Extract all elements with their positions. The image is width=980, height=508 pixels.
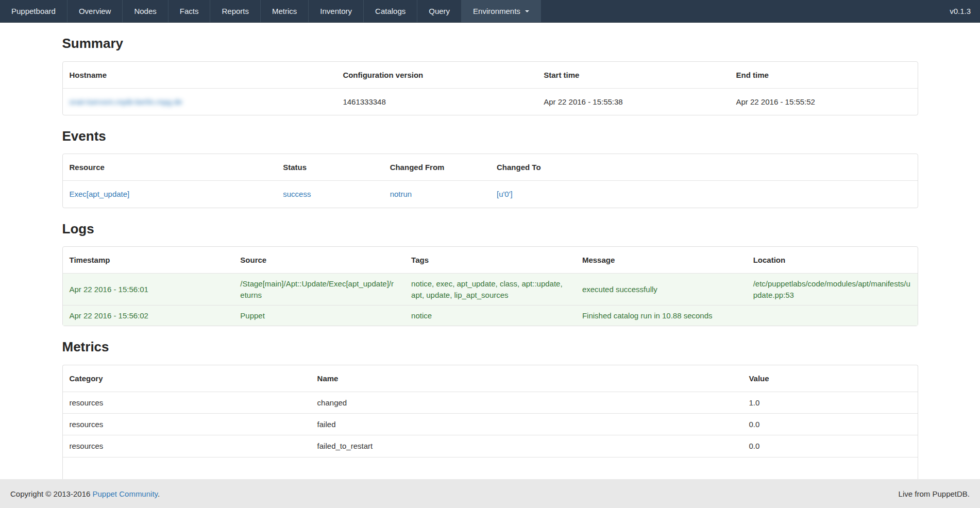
- metrics-header-row: Category Name Value: [63, 365, 918, 392]
- summary-table: Hostname Configuration version Start tim…: [62, 61, 918, 115]
- log-row: Apr 22 2016 - 15:56:01 /Stage[main]/Apt:…: [63, 274, 918, 306]
- metrics-section-title: Metrics: [62, 340, 918, 354]
- changed-to-link[interactable]: [u'0']: [497, 190, 513, 198]
- log-location-cell: [747, 305, 918, 326]
- column-header-message: Message: [576, 247, 747, 274]
- metric-row: resources failed_to_restart 0.0: [63, 435, 918, 457]
- metric-value-cell: 0.0: [742, 435, 917, 457]
- logs-table: Timestamp Source Tags Message Location A…: [62, 246, 918, 326]
- log-message-cell: executed successfully: [576, 274, 747, 306]
- chevron-down-icon: [525, 10, 529, 12]
- column-header-name: Name: [311, 365, 742, 392]
- status-link[interactable]: success: [283, 190, 311, 198]
- column-header-hostname: Hostname: [63, 62, 336, 89]
- log-tags-cell: notice, exec, apt_update, class, apt::up…: [404, 274, 576, 306]
- nav-item-metrics[interactable]: Metrics: [261, 0, 309, 22]
- metric-row: resources changed 1.0: [63, 392, 918, 413]
- page-footer: Copyright © 2013-2016 Puppet Community. …: [0, 479, 980, 508]
- column-header-start-time: Start time: [537, 62, 729, 89]
- summary-row: snat-tservom.mpib-berlin.mpg.de 14613333…: [63, 88, 918, 115]
- log-location-cell: /etc/puppetlabs/code/modules/apt/manifes…: [747, 274, 918, 306]
- changed-from-link[interactable]: notrun: [390, 190, 412, 198]
- logs-header-row: Timestamp Source Tags Message Location: [63, 247, 918, 274]
- metric-value-cell: 0.0: [742, 414, 917, 435]
- nav-item-inventory[interactable]: Inventory: [309, 0, 364, 22]
- column-header-config-version: Configuration version: [336, 62, 537, 89]
- log-source-cell: Puppet: [233, 305, 404, 326]
- nav-item-reports[interactable]: Reports: [210, 0, 261, 22]
- environments-dropdown-label: Environments: [473, 7, 520, 15]
- metric-category-cell: resources: [63, 414, 311, 435]
- column-header-category: Category: [63, 365, 311, 392]
- log-row: Apr 22 2016 - 15:56:02 Puppet notice Fin…: [63, 305, 918, 326]
- metric-category-cell: resources: [63, 392, 311, 413]
- copyright-text: Copyright © 2013-2016 Puppet Community.: [10, 489, 160, 498]
- column-header-end-time: End time: [730, 62, 918, 89]
- column-header-timestamp: Timestamp: [63, 247, 234, 274]
- start-time-cell: Apr 22 2016 - 15:55:38: [537, 88, 729, 115]
- report-page-content: Summary Hostname Configuration version S…: [62, 36, 918, 484]
- event-row: Exec[apt_update] success notrun [u'0']: [63, 181, 918, 208]
- live-from-puppetdb-text: Live from PuppetDB.: [899, 489, 970, 498]
- column-header-status: Status: [276, 154, 383, 181]
- events-header-row: Resource Status Changed From Changed To: [63, 154, 918, 181]
- config-version-cell: 1461333348: [336, 88, 537, 115]
- nav-item-facts[interactable]: Facts: [168, 0, 211, 22]
- metrics-table: Category Name Value resources changed 1.…: [62, 365, 918, 484]
- column-header-changed-from: Changed From: [383, 154, 490, 181]
- nav-item-overview[interactable]: Overview: [67, 0, 123, 22]
- column-header-changed-to: Changed To: [490, 154, 918, 181]
- metric-category-cell: resources: [63, 435, 311, 457]
- column-header-source: Source: [233, 247, 404, 274]
- column-header-location: Location: [747, 247, 918, 274]
- nav-item-catalogs[interactable]: Catalogs: [364, 0, 417, 22]
- end-time-cell: Apr 22 2016 - 15:55:52: [730, 88, 918, 115]
- log-message-cell: Finished catalog run in 10.88 seconds: [576, 305, 747, 326]
- nav-item-nodes[interactable]: Nodes: [123, 0, 168, 22]
- metric-name-cell: changed: [311, 392, 742, 413]
- summary-section-title: Summary: [62, 36, 918, 51]
- metric-name-cell: failed: [311, 414, 742, 435]
- metric-name-cell: failed_to_restart: [311, 435, 742, 457]
- column-header-value: Value: [742, 365, 917, 392]
- metric-value-cell: 1.0: [742, 392, 917, 413]
- hostname-link-redacted[interactable]: snat-tservom.mpib-berlin.mpg.de: [70, 97, 182, 106]
- copyright-prefix: Copyright © 2013-2016: [10, 489, 93, 498]
- metric-row: resources failed 0.0: [63, 414, 918, 435]
- log-source-cell: /Stage[main]/Apt::Update/Exec[apt_update…: [233, 274, 404, 306]
- environments-dropdown[interactable]: Environments: [462, 0, 541, 22]
- top-navbar: Puppetboard Overview Nodes Facts Reports…: [0, 0, 980, 23]
- summary-header-row: Hostname Configuration version Start tim…: [63, 62, 918, 89]
- copyright-suffix: .: [158, 489, 160, 498]
- events-section-title: Events: [62, 129, 918, 144]
- log-tags-cell: notice: [404, 305, 576, 326]
- column-header-tags: Tags: [404, 247, 576, 274]
- resource-link[interactable]: Exec[apt_update]: [70, 190, 130, 198]
- logs-section-title: Logs: [62, 222, 918, 236]
- puppet-community-link[interactable]: Puppet Community: [93, 489, 158, 498]
- log-timestamp-cell: Apr 22 2016 - 15:56:02: [63, 305, 234, 326]
- events-table: Resource Status Changed From Changed To …: [62, 154, 918, 208]
- log-timestamp-cell: Apr 22 2016 - 15:56:01: [63, 274, 234, 306]
- column-header-resource: Resource: [63, 154, 277, 181]
- version-label: v0.1.3: [940, 0, 980, 22]
- nav-item-query[interactable]: Query: [417, 0, 462, 22]
- brand-link[interactable]: Puppetboard: [0, 0, 67, 22]
